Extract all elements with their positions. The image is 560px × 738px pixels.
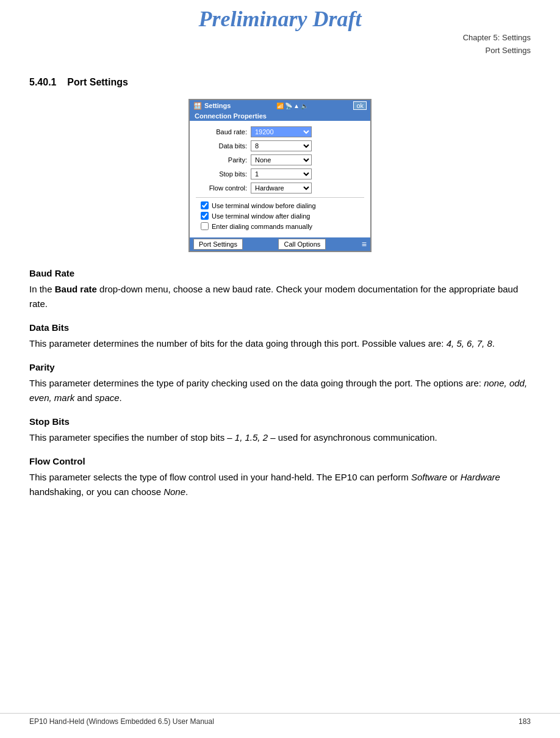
device-screenshot: 🪟 Settings 📶 📡 ▲ 🔈 ok Connection Propert… [188,99,372,252]
checkbox-dialing-commands-input[interactable] [201,222,209,230]
checkbox-dialing-commands-label: Enter dialing commands manually [212,223,312,230]
flow-control-title: Flow Control [29,456,531,466]
chapter-info: Chapter 5: Settings Port Settings [463,32,531,57]
device-body: Baud rate: 19200 Data bits: 8 Parity: No… [190,121,370,237]
titlebar-icons: 📶 📡 ▲ 🔈 [276,103,308,109]
tab-call-options[interactable]: Call Options [278,239,326,250]
page-header: Preliminary Draft [0,0,560,34]
flow-control-none: None [163,487,185,497]
preliminary-draft-title: Preliminary Draft [0,6,560,32]
checkbox-terminal-before-input[interactable] [201,201,209,209]
ok-button[interactable]: ok [353,101,367,110]
form-row-parity: Parity: None [196,154,364,165]
checkbox-terminal-before-label: Use terminal window before dialing [212,202,316,209]
data-bits-body: This parameter determines the number of … [29,336,531,351]
stop-bits-values: 1, 1.5, 2 [235,432,268,443]
subsection-baud-rate: Baud Rate In the Baud rate drop-down men… [29,268,531,311]
signal-icon: 📶 [276,103,284,109]
titlebar-text: Settings [204,102,231,109]
section-heading: 5.40.1 Port Settings [29,77,531,88]
subsection-stop-bits: Stop Bits This parameter specifies the n… [29,416,531,445]
baud-rate-title: Baud Rate [29,268,531,278]
device-footer: Port Settings Call Options ≡ [190,237,370,251]
flowcontrol-select[interactable]: Hardware [251,183,312,194]
parity-body: This parameter determines the type of pa… [29,376,531,405]
form-row-baudrate: Baud rate: 19200 [196,126,364,137]
chapter-line2: Port Settings [463,45,531,57]
stopbits-select[interactable]: 1 [251,168,312,179]
flow-control-hardware: Hardware [461,472,500,482]
checkbox-terminal-after: Use terminal window after dialing [196,212,364,220]
stopbits-label: Stop bits: [196,170,251,178]
tab-port-settings[interactable]: Port Settings [193,239,243,250]
flowcontrol-label: Flow control: [196,184,251,192]
section-number: 5.40.1 [29,77,56,87]
parity-select[interactable]: None [251,154,312,165]
checkbox-terminal-before: Use terminal window before dialing [196,201,364,209]
windows-icon: 🪟 [193,102,202,110]
page-footer: EP10 Hand-Held (Windows Embedded 6.5) Us… [0,713,560,726]
stop-bits-body: This parameter specifies the number of s… [29,430,531,445]
form-row-stopbits: Stop bits: 1 [196,168,364,179]
checkbox-dialing-commands: Enter dialing commands manually [196,222,364,230]
device-titlebar: 🪟 Settings 📶 📡 ▲ 🔈 ok [190,100,370,111]
subsection-parity: Parity This parameter determines the typ… [29,362,531,405]
checkbox-terminal-after-input[interactable] [201,212,209,220]
screenshot-container: 🪟 Settings 📶 📡 ▲ 🔈 ok Connection Propert… [29,99,531,252]
data-bits-title: Data Bits [29,322,531,333]
baudrate-select[interactable]: 19200 [251,126,312,137]
main-content: 5.40.1 Port Settings 🪟 Settings 📶 📡 ▲ 🔈 … [0,65,560,547]
volume-icon: 🔈 [301,103,308,109]
data-bits-values: 4, 5, 6, 7, 8 [447,338,492,349]
databits-label: Data bits: [196,142,251,150]
parity-label: Parity: [196,156,251,164]
antenna-icon: ▲ [293,103,300,109]
footer-right: 183 [519,717,531,726]
baud-rate-body: In the Baud rate drop-down menu, choose … [29,282,531,311]
flow-control-body: This parameter selects the type of flow … [29,470,531,499]
subsection-data-bits: Data Bits This parameter determines the … [29,322,531,351]
flow-control-software: Software [411,472,447,482]
stop-bits-title: Stop Bits [29,416,531,427]
databits-select[interactable]: 8 [251,140,312,151]
baud-rate-bold: Baud rate [55,284,97,294]
device-subtitle: Connection Properties [190,111,370,121]
footer-left: EP10 Hand-Held (Windows Embedded 6.5) Us… [29,717,214,726]
subsection-flow-control: Flow Control This parameter selects the … [29,456,531,499]
section-title: Port Settings [67,77,128,87]
parity-space: space [95,393,120,403]
wifi-icon: 📡 [285,103,292,109]
checkbox-terminal-after-label: Use terminal window after dialing [212,212,310,220]
form-row-databits: Data bits: 8 [196,140,364,151]
chapter-line1: Chapter 5: Settings [463,32,531,45]
titlebar-left: 🪟 Settings [193,102,231,110]
menu-icon: ≡ [362,239,367,249]
baudrate-label: Baud rate: [196,128,251,136]
parity-title: Parity [29,362,531,372]
form-row-flowcontrol: Flow control: Hardware [196,183,364,194]
